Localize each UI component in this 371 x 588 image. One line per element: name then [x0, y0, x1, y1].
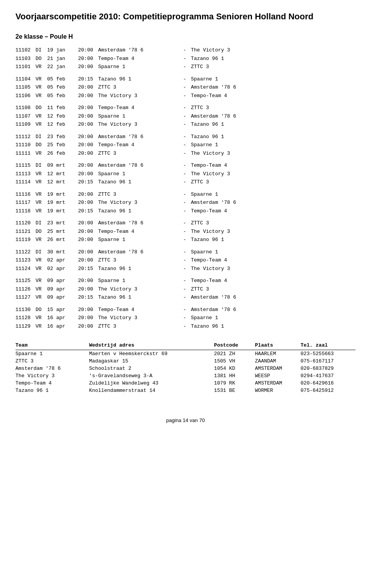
- match-date: 22 jan: [47, 63, 78, 71]
- match-number: 11110: [15, 141, 36, 149]
- match-number: 11102: [15, 46, 36, 54]
- match-away: ZTTC 3: [191, 178, 276, 186]
- match-row: 11118 VR 19 mrt 20:15 Tazano 96 1 - Temp…: [15, 207, 356, 215]
- match-home: The Victory 3: [98, 285, 183, 293]
- match-date: 12 mrt: [47, 178, 78, 186]
- match-day: VR: [36, 63, 47, 71]
- match-dash: -: [183, 121, 191, 128]
- match-day: DO: [36, 104, 47, 112]
- match-date: 02 apr: [47, 265, 78, 273]
- team-name: ZTTC 3: [15, 357, 89, 365]
- match-home: Tempo-Team 4: [98, 104, 183, 112]
- col-place: Plaats: [255, 342, 301, 350]
- match-row: 11111 VR 26 feb 20:00 ZTTC 3 - The Victo…: [15, 150, 356, 157]
- match-time: 20:15: [78, 178, 98, 186]
- match-date: 09 apr: [47, 294, 78, 301]
- team-postcode: 1381 HH: [214, 372, 255, 379]
- match-time: 20:00: [78, 306, 98, 314]
- team-tel: 020-6837829: [301, 365, 356, 372]
- team-place: WORMER: [255, 387, 301, 394]
- team-place: HAARLEM: [255, 350, 301, 358]
- team-postcode: 2021 ZH: [214, 350, 255, 358]
- match-dash: -: [183, 191, 191, 198]
- match-dash: -: [183, 199, 191, 207]
- match-date: 19 mrt: [47, 207, 78, 215]
- match-home: Amsterdam '78 6: [98, 162, 183, 169]
- match-day: VR: [36, 265, 47, 273]
- match-dash: -: [183, 219, 191, 227]
- match-number: 11113: [15, 170, 36, 178]
- match-row: [15, 158, 356, 162]
- match-day: VR: [36, 207, 47, 215]
- match-day: DO: [36, 55, 47, 63]
- match-number: 11118: [15, 207, 36, 215]
- match-date: 05 feb: [47, 84, 78, 91]
- match-away: Amsterdam '78 6: [191, 84, 276, 91]
- match-time: 20:00: [78, 92, 98, 100]
- match-day: DO: [36, 306, 47, 314]
- match-away: Spaarne 1: [191, 191, 276, 198]
- match-day: VR: [36, 314, 47, 322]
- match-number: 11108: [15, 104, 36, 112]
- match-home: Tempo-Team 4: [98, 141, 183, 149]
- match-day: VR: [36, 121, 47, 128]
- page-title: Voorjaarscompetitie 2010: Competitieprog…: [15, 12, 356, 22]
- match-row: 11124 VR 02 apr 20:15 Tazano 96 1 - The …: [15, 265, 356, 273]
- match-home: Tazano 96 1: [98, 207, 183, 215]
- match-dash: -: [183, 162, 191, 169]
- match-time: 20:00: [78, 236, 98, 244]
- match-day: DO: [36, 141, 47, 149]
- match-home: Tempo-Team 4: [98, 228, 183, 236]
- col-team: Team: [15, 342, 89, 350]
- match-number: 11111: [15, 150, 36, 157]
- match-row: [15, 244, 356, 248]
- match-away: Tazano 96 1: [191, 133, 276, 141]
- match-day: DI: [36, 162, 47, 169]
- match-time: 20:00: [78, 248, 98, 256]
- match-home: Tazano 96 1: [98, 178, 183, 186]
- match-number: 11128: [15, 314, 36, 322]
- match-dash: -: [183, 104, 191, 112]
- match-time: 20:00: [78, 323, 98, 330]
- match-day: DI: [36, 46, 47, 54]
- team-tel: 075-6167117: [301, 357, 356, 365]
- team-postcode: 1079 RK: [214, 379, 255, 387]
- match-date: 25 mrt: [47, 228, 78, 236]
- team-name: Amsterdam '78 6: [15, 365, 89, 372]
- match-number: 11106: [15, 92, 36, 100]
- match-date: 30 mrt: [47, 248, 78, 256]
- match-time: 20:00: [78, 256, 98, 264]
- teams-table: Team Wedstrijd adres Postcode Plaats Tel…: [15, 342, 356, 394]
- match-date: 09 apr: [47, 277, 78, 285]
- match-number: 11129: [15, 323, 36, 330]
- col-postcode: Postcode: [214, 342, 255, 350]
- match-date: 25 feb: [47, 141, 78, 149]
- match-number: 11119: [15, 236, 36, 244]
- match-dash: -: [183, 113, 191, 120]
- match-away: Tazano 96 1: [191, 55, 276, 63]
- match-day: VR: [36, 323, 47, 330]
- match-time: 20:15: [78, 294, 98, 301]
- match-away: Tempo-Team 4: [191, 256, 276, 264]
- match-dash: -: [183, 285, 191, 293]
- match-dash: -: [183, 236, 191, 244]
- match-number: 11125: [15, 277, 36, 285]
- team-row: Tempo-Team 4 Zuidelijke Wandelweg 43 107…: [15, 379, 356, 387]
- match-dash: -: [183, 141, 191, 149]
- match-number: 11115: [15, 162, 36, 169]
- match-time: 20:00: [78, 133, 98, 141]
- match-row: 11114 VR 12 mrt 20:15 Tazano 96 1 - ZTTC…: [15, 178, 356, 186]
- team-postcode: 1531 BE: [214, 387, 255, 394]
- col-tel: Tel. zaal: [301, 342, 356, 350]
- match-row: 11120 DI 23 mrt 20:00 Amsterdam '78 6 - …: [15, 219, 356, 227]
- match-number: 11107: [15, 113, 36, 120]
- match-dash: -: [183, 314, 191, 322]
- match-date: 12 feb: [47, 121, 78, 128]
- match-day: VR: [36, 199, 47, 207]
- match-row: 11125 VR 09 apr 20:00 Spaarne 1 - Tempo-…: [15, 277, 356, 285]
- match-dash: -: [183, 150, 191, 157]
- match-row: [15, 100, 356, 104]
- match-home: ZTTC 3: [98, 84, 183, 91]
- match-time: 20:15: [78, 75, 98, 83]
- match-row: 11122 DI 30 mrt 20:00 Amsterdam '78 6 - …: [15, 248, 356, 256]
